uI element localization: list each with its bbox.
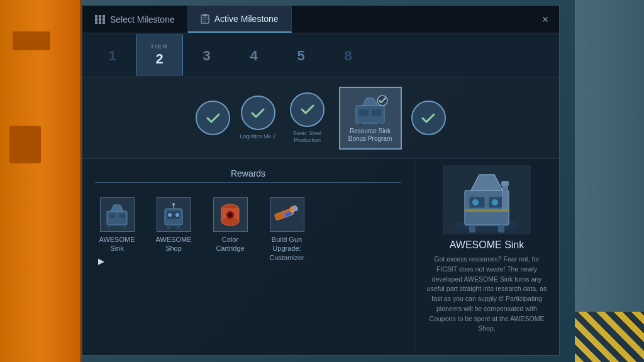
milestone-circle-3 — [290, 92, 325, 127]
svg-point-49 — [472, 199, 479, 206]
tab-select-label: Select Milestone — [110, 14, 175, 25]
rewards-section: Rewards AWESOME Sink — [82, 159, 559, 355]
svg-marker-15 — [362, 98, 378, 106]
reward-icon-awesome-sink — [100, 197, 135, 232]
milestone-circle-5 — [411, 101, 446, 135]
item-illustration — [443, 165, 531, 234]
svg-point-34 — [172, 203, 175, 206]
reward-item-awesome-shop[interactable]: AWESOME Shop — [152, 197, 196, 253]
reward-item-color-cartridge[interactable]: Color Cartridge — [208, 197, 252, 253]
milestone-featured-box: Resource Sink Bonus Program — [339, 87, 402, 150]
svg-rect-31 — [167, 225, 170, 229]
tier-row: 1 TIER 2 3 4 5 8 — [82, 33, 559, 77]
milestones-row: Logistics Mk.2 Basic Steel Production — [82, 77, 559, 159]
tier-item-2[interactable]: TIER 2 — [136, 35, 183, 75]
milestone-item-featured[interactable]: Resource Sink Bonus Program — [339, 87, 402, 150]
milestone-item-1[interactable] — [196, 101, 230, 135]
svg-rect-26 — [123, 225, 126, 228]
item-title: AWESOME Sink — [424, 239, 550, 251]
svg-marker-46 — [471, 175, 502, 190]
svg-rect-55 — [465, 209, 509, 212]
tab-active-label: Active Milestone — [214, 14, 279, 24]
milestone-featured-label: Resource Sink Bonus Program — [340, 128, 401, 143]
svg-rect-52 — [498, 225, 504, 233]
svg-marker-22 — [111, 205, 123, 211]
tab-active-milestone[interactable]: Active Milestone — [188, 6, 292, 33]
reward-name-awesome-shop: AWESOME Shop — [152, 235, 196, 253]
tier-item-1[interactable]: 1 — [89, 35, 136, 75]
svg-rect-8 — [103, 21, 105, 24]
svg-rect-5 — [103, 18, 105, 21]
milestone-label-3: Basic Steel Production — [286, 130, 330, 144]
svg-rect-54 — [501, 181, 509, 186]
reward-item-awesome-sink[interactable]: AWESOME Sink ▶ — [95, 197, 139, 266]
item-image-area — [443, 165, 531, 234]
svg-point-50 — [492, 199, 498, 206]
svg-point-30 — [175, 213, 179, 217]
tier-item-3[interactable]: 3 — [183, 35, 230, 75]
rewards-left: Rewards AWESOME Sink — [82, 159, 414, 355]
modal-header: Select Milestone Active Milestone × — [82, 6, 559, 33]
resource-sink-icon — [350, 93, 391, 128]
svg-rect-0 — [95, 15, 97, 18]
reward-icon-color-cartridge — [213, 197, 248, 232]
reward-name-awesome-sink: AWESOME Sink — [95, 235, 139, 253]
milestone-item-2[interactable]: Logistics Mk.2 — [240, 96, 275, 140]
svg-rect-20 — [378, 123, 381, 127]
svg-rect-53 — [502, 184, 508, 209]
awesome-shop-icon — [158, 200, 189, 230]
tier-item-5[interactable]: 5 — [277, 35, 325, 75]
svg-rect-25 — [108, 225, 111, 228]
tier-item-8[interactable]: 8 — [325, 35, 372, 75]
reward-name-build-gun: Build Gun Upgrade: Customizer — [265, 235, 309, 262]
svg-rect-23 — [109, 214, 115, 218]
svg-rect-7 — [99, 21, 101, 24]
rewards-info-panel: AWESOME Sink Got excess resources? Fear … — [414, 159, 559, 355]
svg-rect-19 — [359, 123, 362, 127]
color-cartridge-icon — [215, 200, 245, 230]
item-desc: Got excess resources? Fear not, for FICS… — [424, 255, 550, 334]
svg-point-39 — [228, 213, 232, 217]
svg-rect-18 — [372, 109, 381, 116]
svg-rect-1 — [99, 15, 101, 18]
side-panel-left — [0, 0, 82, 362]
milestone-label-2: Logistics Mk.2 — [240, 133, 275, 140]
reward-item-build-gun[interactable]: Build Gun Upgrade: Customizer — [265, 197, 309, 262]
cursor-indicator: ▶ — [98, 256, 104, 266]
side-panel-right — [575, 0, 644, 362]
reward-icon-build-gun — [270, 197, 304, 232]
svg-rect-2 — [103, 15, 105, 18]
svg-point-43 — [293, 206, 298, 211]
reward-name-color-cartridge: Color Cartridge — [208, 235, 252, 253]
svg-rect-4 — [99, 18, 101, 21]
milestone-item-5[interactable] — [411, 101, 446, 135]
svg-rect-32 — [177, 225, 180, 229]
awesome-sink-icon — [102, 200, 132, 230]
svg-rect-51 — [469, 225, 475, 233]
svg-rect-3 — [95, 18, 97, 21]
svg-rect-24 — [119, 214, 125, 218]
reward-items: AWESOME Sink ▶ — [95, 188, 401, 266]
build-gun-icon — [272, 200, 302, 230]
tier-item-4[interactable]: 4 — [230, 35, 277, 75]
svg-rect-6 — [95, 21, 97, 24]
milestone-item-3[interactable]: Basic Steel Production — [286, 92, 330, 144]
svg-point-29 — [168, 213, 172, 217]
svg-rect-10 — [203, 14, 207, 16]
clipboard-icon — [201, 14, 209, 24]
svg-rect-17 — [359, 109, 369, 116]
close-button[interactable]: × — [531, 6, 559, 33]
milestone-circle-2 — [241, 96, 275, 130]
reward-icon-awesome-shop — [157, 197, 191, 232]
grid-icon — [95, 15, 105, 24]
tab-select-milestone[interactable]: Select Milestone — [82, 6, 188, 33]
milestone-circle-1 — [196, 101, 230, 135]
modal-window: Select Milestone Active Milestone × 1 TI… — [82, 5, 560, 356]
rewards-title: Rewards — [95, 168, 401, 183]
